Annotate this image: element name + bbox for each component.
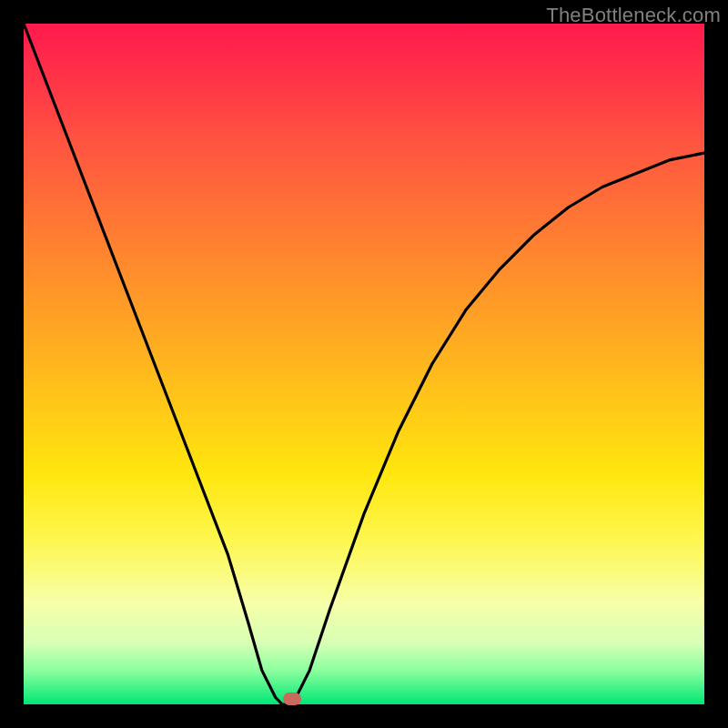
chart-frame: TheBottleneck.com [0, 0, 728, 728]
bottleneck-curve [24, 24, 704, 704]
bottleneck-optimum-marker [283, 693, 301, 705]
watermark-text: TheBottleneck.com [546, 4, 721, 27]
